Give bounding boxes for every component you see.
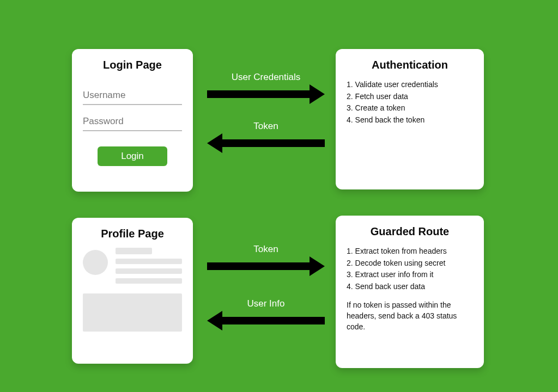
profile-skeleton [83, 248, 182, 288]
text-placeholder [116, 248, 182, 288]
list-item: Send back user data [347, 281, 473, 293]
login-title: Login Page [83, 59, 182, 71]
username-field[interactable] [83, 85, 182, 105]
list-item: Fetch user data [347, 91, 473, 103]
guarded-title: Guarded Route [347, 225, 473, 238]
auth-title: Authentication [347, 59, 473, 71]
profile-page-card: Profile Page [72, 218, 193, 364]
arrow-right-icon [207, 258, 325, 274]
content-placeholder [83, 293, 182, 332]
list-item: Validate user credentials [347, 79, 473, 91]
list-item: Send back the token [347, 114, 473, 126]
arrow-right-icon [207, 86, 325, 102]
guarded-steps-list: Extract token from headers Decode token … [347, 246, 473, 293]
list-item: Extract user info from it [347, 269, 473, 281]
guarded-route-card: Guarded Route Extract token from headers… [336, 216, 484, 368]
arrow-left-icon [207, 135, 325, 151]
avatar-placeholder-icon [83, 250, 108, 275]
arrow-left-icon [207, 313, 325, 329]
login-page-card: Login Page Login [72, 49, 193, 192]
password-field[interactable] [83, 112, 182, 131]
list-item: Create a token [347, 102, 473, 114]
arrow-label-token-response: Token [211, 121, 320, 132]
list-item: Decode token using secret [347, 258, 473, 270]
authentication-card: Authentication Validate user credentials… [336, 49, 484, 189]
guarded-note: If no token is passed within the headers… [347, 299, 473, 333]
arrow-label-user-info: User Info [211, 298, 320, 309]
arrow-label-user-credentials: User Credentials [211, 72, 320, 83]
profile-title: Profile Page [83, 228, 182, 240]
list-item: Extract token from headers [347, 246, 473, 258]
login-button[interactable]: Login [98, 146, 167, 166]
auth-steps-list: Validate user credentials Fetch user dat… [347, 79, 473, 126]
arrow-label-token-request: Token [211, 244, 320, 255]
